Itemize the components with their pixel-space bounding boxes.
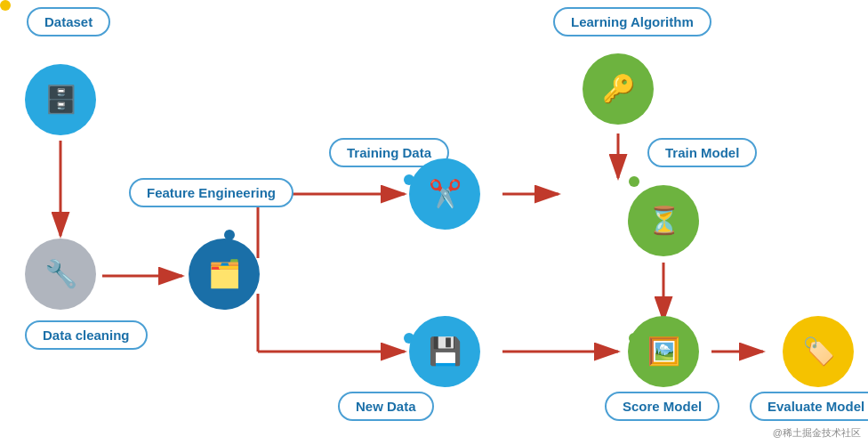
train-model-circle: ⏳ bbox=[628, 185, 699, 256]
feature-engineering-label: Feature Engineering bbox=[129, 178, 293, 207]
watermark: @稀土掘金技术社区 bbox=[773, 426, 861, 440]
tag-icon: 🏷️ bbox=[802, 338, 835, 365]
scissors-icon: ✂️ bbox=[429, 181, 462, 207]
evaluate-model-dot bbox=[0, 0, 11, 11]
evaluate-model-circle: 🏷️ bbox=[783, 316, 854, 387]
learning-algorithm-label: Learning Algorithm bbox=[553, 7, 711, 36]
score-model-label: Score Model bbox=[605, 392, 719, 421]
train-model-label: Train Model bbox=[647, 138, 757, 167]
wrench-icon: 🔧 bbox=[44, 261, 77, 287]
new-data-circle: 💾 bbox=[409, 316, 480, 387]
training-data-circle: ✂️ bbox=[409, 158, 480, 230]
database-icon: 🗄️ bbox=[44, 86, 77, 113]
gallery-icon: 🖼️ bbox=[647, 338, 680, 365]
key-icon: 🔑 bbox=[602, 76, 635, 102]
learning-algorithm-circle: 🔑 bbox=[583, 53, 654, 125]
data-cleaning-label: Data cleaning bbox=[25, 320, 148, 350]
dataset-circle: 🗄️ bbox=[25, 64, 96, 135]
dataset-label: Dataset bbox=[27, 7, 110, 36]
data-cleaning-circle: 🔧 bbox=[25, 239, 96, 310]
data-icon: 💾 bbox=[429, 338, 462, 365]
score-model-circle: 🖼️ bbox=[628, 316, 699, 387]
hierarchy-icon: 🗂️ bbox=[208, 261, 241, 287]
train-model-dot bbox=[629, 176, 639, 187]
new-data-label: New Data bbox=[338, 392, 434, 421]
feature-engineering-circle: 🗂️ bbox=[189, 239, 260, 310]
diagram-container: Dataset 🗄️ 🔧 Data cleaning Feature Engin… bbox=[0, 0, 868, 445]
evaluate-model-label: Evaluate Model bbox=[750, 392, 868, 421]
funnel-icon: ⏳ bbox=[647, 207, 680, 234]
